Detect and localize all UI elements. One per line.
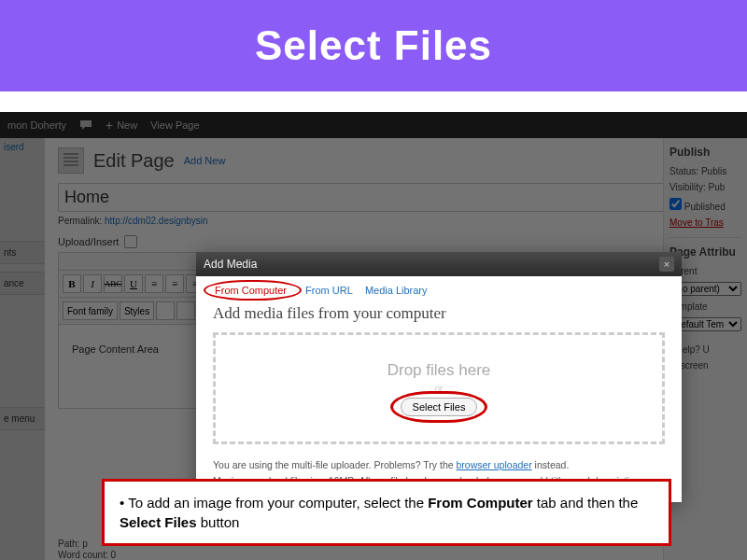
modal-tabs: From Computer From URL Media Library xyxy=(196,276,682,301)
bold-select-files: Select Files xyxy=(120,514,197,530)
modal-heading: Add media files from your computer xyxy=(213,304,665,323)
select-files-wrap: Select Files xyxy=(401,398,478,416)
banner-title: Select Files xyxy=(255,22,492,68)
browser-uploader-link[interactable]: browser uploader xyxy=(457,459,532,470)
slide-banner: Select Files xyxy=(0,0,747,91)
uploader-note: You are using the multi-file uploader. P… xyxy=(213,457,665,473)
screenshot-area: mon Doherty + New View Page iserd nts an… xyxy=(0,112,747,560)
tab-from-computer[interactable]: From Computer xyxy=(212,284,289,297)
instruction-callout: • To add an image from your computer, se… xyxy=(102,479,671,546)
modal-body: Add media files from your computer Drop … xyxy=(196,301,682,457)
tab-from-computer-wrap: From Computer xyxy=(209,284,296,297)
drop-or: or xyxy=(435,384,444,394)
tab-from-url[interactable]: From URL xyxy=(303,284,356,297)
drop-text: Drop files here xyxy=(388,361,491,380)
bold-from-computer: From Computer xyxy=(428,495,533,511)
modal-header: Add Media × xyxy=(196,252,682,276)
add-media-modal: Add Media × From Computer From URL Media… xyxy=(196,252,682,502)
select-files-button[interactable]: Select Files xyxy=(401,398,478,416)
close-icon[interactable]: × xyxy=(659,257,674,272)
modal-title: Add Media xyxy=(204,258,257,271)
tab-media-library[interactable]: Media Library xyxy=(362,284,430,297)
drop-zone[interactable]: Drop files here or Select Files xyxy=(213,332,665,444)
